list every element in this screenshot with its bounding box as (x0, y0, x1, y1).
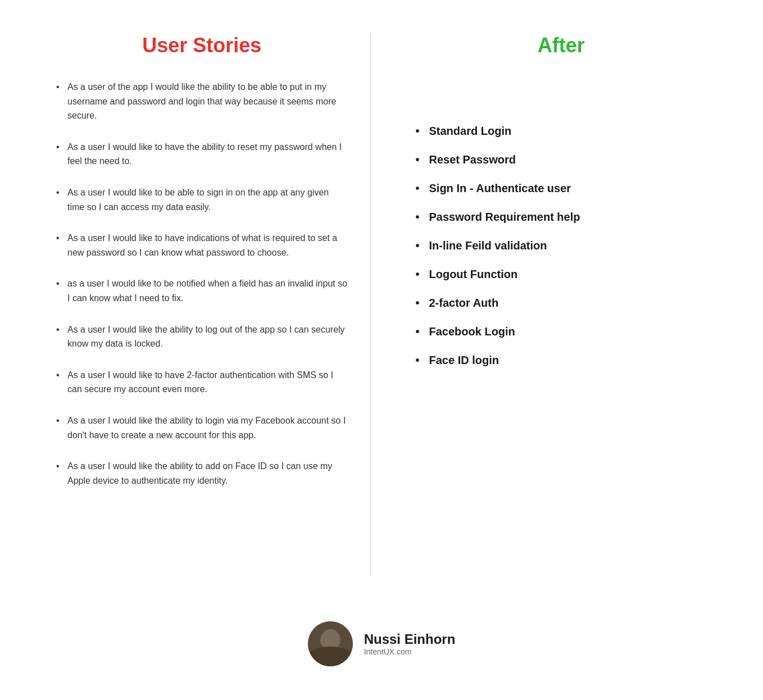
story-item: As a user I would like to have indicatio… (56, 231, 348, 260)
after-item: In-line Feild validation (416, 239, 707, 252)
after-item: Face ID login (416, 354, 707, 367)
story-item: As a user I would like to have the abili… (56, 140, 348, 169)
story-item: As a user I would like the ability to ad… (56, 459, 348, 488)
after-item: Password Requirement help (416, 211, 707, 224)
story-item: as a user I would like to be notified wh… (56, 276, 348, 305)
svg-point-1 (321, 629, 339, 647)
story-item: As a user I would like to have 2-factor … (56, 368, 348, 397)
svg-point-2 (315, 651, 346, 666)
after-item: Facebook Login (416, 325, 707, 338)
svg-point-4 (331, 638, 334, 640)
svg-point-3 (327, 638, 329, 640)
right-panel: After Standard LoginReset PasswordSign I… (371, 34, 741, 576)
svg-rect-5 (324, 631, 337, 635)
svg-point-0 (308, 621, 353, 666)
user-stories-list: As a user of the app I would like the ab… (56, 80, 348, 488)
main-content: User Stories As a user of the app I woul… (0, 0, 763, 599)
left-title: User Stories (56, 34, 348, 57)
right-title: After (416, 34, 707, 57)
avatar (308, 621, 353, 666)
after-list: Standard LoginReset PasswordSign In - Au… (416, 125, 707, 367)
story-item: As a user I would like the ability to lo… (56, 413, 348, 442)
footer-name: Nussi Einhorn (364, 631, 456, 647)
after-item: 2-factor Auth (416, 297, 707, 310)
story-item: As a user I would like the ability to lo… (56, 322, 348, 351)
after-item: Sign In - Authenticate user (416, 182, 707, 195)
after-item: Logout Function (416, 268, 707, 281)
after-item: Reset Password (416, 153, 707, 166)
footer-info: Nussi Einhorn IntentUX.com (364, 631, 456, 656)
story-item: As a user of the app I would like the ab… (56, 80, 348, 123)
after-item: Standard Login (416, 125, 707, 138)
footer: Nussi Einhorn IntentUX.com (0, 599, 763, 700)
footer-website: IntentUX.com (364, 647, 456, 656)
left-panel: User Stories As a user of the app I woul… (22, 34, 371, 576)
story-item: As a user I would like to be able to sig… (56, 185, 348, 214)
